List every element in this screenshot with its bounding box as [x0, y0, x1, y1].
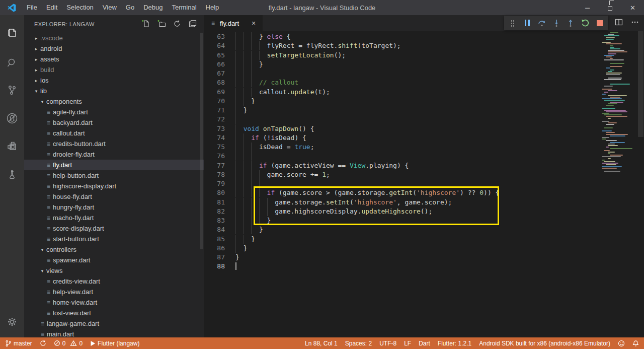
menu-go[interactable]: Go: [121, 0, 139, 15]
code-line-63[interactable]: 63} else {: [204, 32, 644, 41]
tree-folder-components[interactable]: ▾components: [24, 96, 204, 107]
tree-file-langaw-game.dart[interactable]: ≡langaw-game.dart: [24, 318, 204, 329]
step-out-icon[interactable]: [565, 18, 576, 29]
tree-file-macho-fly.dart[interactable]: ≡macho-fly.dart: [24, 213, 204, 223]
editor-scrollbar[interactable]: [637, 31, 644, 337]
tree-file-home-view.dart[interactable]: ≡home-view.dart: [24, 297, 204, 308]
code-line-80[interactable]: 80if (game.score > (game.storage.getInt(…: [204, 188, 644, 197]
eol-status[interactable]: LF: [404, 340, 411, 347]
tree-file-highscore-display.dart[interactable]: ≡highscore-display.dart: [24, 181, 204, 191]
restore-button[interactable]: [599, 0, 621, 15]
sidebar-scrollbar[interactable]: [200, 33, 203, 249]
code-line-64[interactable]: 64flyRect = flyRect.shift(toTarget);: [204, 41, 644, 50]
extensions-icon[interactable]: [0, 135, 24, 158]
tree-folder-controllers[interactable]: ▾controllers: [24, 244, 204, 255]
code-line-82[interactable]: 82game.highscoreDisplay.updateHighscore(…: [204, 207, 644, 216]
tree-file-fly.dart[interactable]: ≡fly.dart: [24, 160, 204, 170]
menu-selection[interactable]: Selection: [62, 0, 98, 15]
problems-status[interactable]: 0 0: [54, 340, 83, 347]
test-flask-icon[interactable]: [0, 163, 24, 186]
split-editor-icon[interactable]: [615, 18, 623, 28]
code-line-73[interactable]: 73void onTapDown() {: [204, 124, 644, 133]
collapse-all-icon[interactable]: [189, 20, 197, 29]
menu-terminal[interactable]: Terminal: [167, 0, 201, 15]
settings-gear-icon[interactable]: [0, 310, 24, 333]
code-editor[interactable]: 63} else {64flyRect = flyRect.shift(toTa…: [204, 31, 644, 337]
code-line-86[interactable]: 86}: [204, 244, 644, 253]
tree-folder-android[interactable]: ▸android: [24, 43, 204, 54]
tree-file-callout.dart[interactable]: ≡callout.dart: [24, 128, 204, 138]
code-line-65[interactable]: 65setTargetLocation();: [204, 51, 644, 60]
step-over-icon[interactable]: [536, 18, 547, 29]
tree-file-start-button.dart[interactable]: ≡start-button.dart: [24, 234, 204, 244]
restart-icon[interactable]: [580, 18, 591, 29]
notifications-bell-icon[interactable]: [632, 340, 639, 347]
code-line-81[interactable]: 81game.storage.setInt('highscore', game.…: [204, 198, 644, 207]
code-line-88[interactable]: 88: [204, 262, 644, 271]
code-line-85[interactable]: 85}: [204, 235, 644, 244]
code-line-77[interactable]: 77if (game.activeView == View.playing) {: [204, 161, 644, 170]
flutter-version[interactable]: Flutter: 1.2.1: [438, 340, 471, 347]
tree-file-backyard.dart[interactable]: ≡backyard.dart: [24, 117, 204, 128]
tree-folder-.vscode[interactable]: ▸.vscode: [24, 33, 204, 43]
tree-folder-views[interactable]: ▾views: [24, 265, 204, 276]
menu-help[interactable]: Help: [201, 0, 224, 15]
stop-button[interactable]: [594, 18, 605, 29]
code-line-71[interactable]: 71}: [204, 106, 644, 115]
tree-file-agile-fly.dart[interactable]: ≡agile-fly.dart: [24, 107, 204, 117]
refresh-icon[interactable]: [173, 20, 181, 29]
debug-icon[interactable]: [0, 107, 24, 130]
code-line-75[interactable]: 75isDead = true;: [204, 143, 644, 152]
code-line-69[interactable]: 69callout.update(t);: [204, 88, 644, 97]
tree-file-hungry-fly.dart[interactable]: ≡hungry-fly.dart: [24, 202, 204, 213]
tree-file-main.dart[interactable]: ≡main.dart: [24, 329, 204, 337]
code-line-74[interactable]: 74if (!isDead) {: [204, 133, 644, 143]
new-folder-icon[interactable]: [157, 20, 166, 29]
git-branch-status[interactable]: master: [5, 340, 32, 347]
sync-icon[interactable]: [40, 340, 46, 346]
code-line-70[interactable]: 70}: [204, 97, 644, 106]
menu-file[interactable]: File: [22, 0, 42, 15]
new-file-icon[interactable]: [142, 20, 150, 29]
tree-folder-assets[interactable]: ▸assets: [24, 54, 204, 64]
menu-view[interactable]: View: [98, 0, 121, 15]
code-line-83[interactable]: 83}: [204, 216, 644, 225]
tree-file-credits-button.dart[interactable]: ≡credits-button.dart: [24, 138, 204, 149]
minimize-button[interactable]: ─: [576, 0, 599, 15]
feedback-smiley-icon[interactable]: [618, 340, 625, 347]
code-line-79[interactable]: 79: [204, 179, 644, 188]
code-line-87[interactable]: 87}: [204, 253, 644, 262]
menu-debug[interactable]: Debug: [139, 0, 167, 15]
minimap[interactable]: [601, 32, 637, 183]
tree-file-credits-view.dart[interactable]: ≡credits-view.dart: [24, 276, 204, 287]
tree-folder-lib[interactable]: ▾lib: [24, 86, 204, 96]
tree-folder-build[interactable]: ▸build: [24, 64, 204, 75]
search-icon[interactable]: [0, 51, 24, 75]
tree-file-score-display.dart[interactable]: ≡score-display.dart: [24, 223, 204, 234]
tree-file-help-view.dart[interactable]: ≡help-view.dart: [24, 287, 204, 297]
code-line-84[interactable]: 84}: [204, 225, 644, 234]
run-flutter-status[interactable]: Flutter (langaw): [90, 340, 139, 347]
tab-fly-dart[interactable]: ≡ fly.dart ×: [204, 15, 263, 31]
tab-close-icon[interactable]: ×: [249, 19, 258, 27]
more-actions-icon[interactable]: [631, 18, 639, 28]
encoding-status[interactable]: UTF-8: [379, 340, 396, 347]
source-control-icon[interactable]: [0, 79, 24, 102]
device-selector[interactable]: Android SDK built for x86 (android-x86 E…: [479, 340, 610, 347]
code-line-67[interactable]: 67: [204, 69, 644, 78]
menu-edit[interactable]: Edit: [42, 0, 62, 15]
tree-file-house-fly.dart[interactable]: ≡house-fly.dart: [24, 191, 204, 202]
code-line-68[interactable]: 68// callout: [204, 78, 644, 87]
cursor-position[interactable]: Ln 88, Col 1: [305, 340, 338, 347]
toolbar-drag-handle[interactable]: [507, 18, 518, 29]
explorer-icon[interactable]: [0, 21, 24, 44]
code-line-76[interactable]: 76: [204, 152, 644, 161]
pause-button[interactable]: [522, 18, 533, 29]
close-button[interactable]: ✕: [621, 0, 644, 15]
tree-file-spawner.dart[interactable]: ≡spawner.dart: [24, 255, 204, 265]
language-mode[interactable]: Dart: [419, 340, 430, 347]
tree-file-drooler-fly.dart[interactable]: ≡drooler-fly.dart: [24, 149, 204, 160]
code-line-72[interactable]: 72: [204, 115, 644, 124]
code-line-78[interactable]: 78game.score += 1;: [204, 170, 644, 179]
code-line-66[interactable]: 66}: [204, 60, 644, 69]
